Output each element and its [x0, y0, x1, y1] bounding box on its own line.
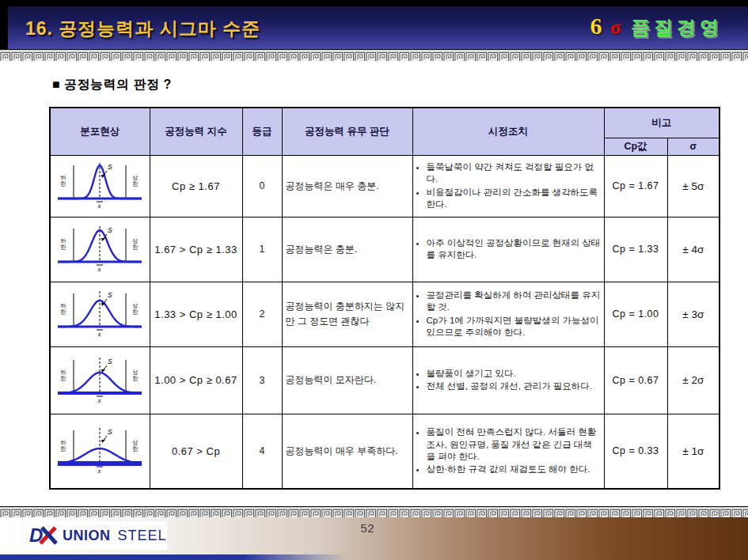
svg-text:x: x: [97, 396, 101, 404]
action-item: 품질이 전혀 만족스럽지 않다. 서둘러 현황조사, 원인규명, 품질 개선 같…: [427, 426, 601, 463]
top-border-bar: [0, 0, 748, 6]
action-item: 비용절감이나 관리의 간소화를 생각하도록 한다.: [427, 187, 601, 210]
cp-value-cell: Cp = 0.33: [604, 414, 667, 489]
svg-text:x: x: [97, 330, 101, 338]
cp-value-cell: Cp = 1.00: [604, 282, 667, 346]
company-logo: D UNION STEEL: [26, 521, 167, 550]
svg-text:한: 한: [132, 180, 139, 187]
sigma-cell: ± 1σ: [667, 414, 720, 489]
sigma-cell: ± 4σ: [667, 217, 720, 282]
col-header-judgment: 공정능력 유무 판단: [282, 108, 412, 155]
col-header-cp-index: 공정능력 지수: [150, 108, 242, 155]
brand-name: 품질경영: [631, 17, 723, 38]
section-title: ■ 공정능력의 판정 ?: [52, 77, 172, 93]
svg-text:S: S: [108, 428, 112, 436]
svg-text:한: 한: [132, 375, 139, 382]
brand-six: 6: [590, 13, 602, 39]
action-item: 공정관리를 확실하게 하여 관리상태를 유지할 것.: [427, 289, 601, 313]
distribution-curve: S하한상한x: [55, 287, 145, 338]
grade-cell: 0: [242, 155, 282, 217]
sigma-symbol: σ: [610, 17, 621, 38]
svg-text:한: 한: [60, 308, 66, 316]
logo-text: UNION STEEL: [63, 528, 167, 544]
svg-text:x: x: [97, 467, 101, 475]
logo-text-union: UNION: [63, 528, 111, 543]
svg-text:S: S: [108, 358, 112, 365]
cp-value-cell: Cp = 1.67: [604, 155, 667, 217]
svg-text:한: 한: [60, 375, 66, 382]
svg-text:x: x: [97, 265, 101, 273]
action-item: 불량품이 생기고 있다.: [427, 368, 601, 380]
table-row: S하한상한x 1.33 > Cp ≥ 1.00 2 공정능력이 충분하지는 않지…: [50, 282, 720, 346]
action-item: 아주 이상적인 공정상황이므로 현재의 상태를 유지한다.: [427, 237, 601, 261]
distribution-cell: S하한상한x: [50, 282, 150, 346]
logo-text-steel: STEEL: [118, 528, 167, 543]
action-cell: 불량품이 생기고 있다. 전체 선별, 공정의 개선, 관리가 필요하다.: [412, 346, 604, 414]
svg-text:한: 한: [132, 244, 139, 251]
slide-title: 16. 공정능력과 시그마 수준: [25, 17, 260, 41]
svg-text:한: 한: [60, 445, 66, 452]
col-header-remark: 비고: [604, 108, 720, 138]
cp-index-cell: 0.67 > Cp: [150, 414, 242, 489]
judgment-cell: 공정능력은 매우 충분.: [282, 155, 412, 217]
svg-text:S: S: [108, 226, 112, 234]
meander-border-top: [0, 49, 748, 62]
distribution-curve: S하한상한x: [55, 424, 145, 475]
slide-content: ■ 공정능력의 판정 ? 분포현상 공정능력 지수 등급 공정능력 유무 판단 …: [0, 61, 748, 506]
grade-cell: 1: [242, 217, 282, 282]
table-row: S하한상한x 1.00 > Cp ≥ 0.67 3 공정능력이 모자란다. 불량…: [50, 346, 720, 414]
dk-logo-icon: D: [29, 524, 58, 547]
distribution-cell: S하한상한x: [50, 217, 150, 282]
col-header-grade: 등급: [242, 108, 282, 155]
svg-text:S: S: [108, 291, 112, 299]
judgment-cell: 공정능력이 충분하지는 않지만 그 정도면 괜찮다: [282, 282, 412, 346]
process-capability-table: 분포현상 공정능력 지수 등급 공정능력 유무 판단 시정조치 비고 Cp값 σ…: [49, 107, 720, 490]
slide-footer: D UNION STEEL 52: [0, 517, 748, 560]
action-cell: 품질이 전혀 만족스럽지 않다. 서둘러 현황조사, 원인규명, 품질 개선 같…: [412, 414, 604, 489]
distribution-curve: S하한상한x: [55, 222, 145, 273]
svg-text:한: 한: [132, 308, 139, 316]
action-item: 들쭉날쭉이 약간 켜져도 걱정할 필요가 없다.: [427, 161, 601, 185]
svg-text:한: 한: [60, 180, 66, 187]
svg-text:한: 한: [132, 445, 139, 452]
page-number: 52: [360, 523, 374, 536]
left-border-bar: [0, 0, 8, 49]
sigma-cell: ± 3σ: [667, 282, 720, 346]
sigma-cell: ± 5σ: [667, 155, 720, 217]
col-header-sigma: σ: [667, 138, 720, 155]
cp-value-cell: Cp = 1.33: [604, 217, 667, 282]
grade-cell: 4: [242, 414, 282, 489]
sigma-cell: ± 2σ: [667, 346, 720, 414]
action-cell: 들쭉날쭉이 약간 켜져도 걱정할 필요가 없다. 비용절감이나 관리의 간소화를…: [412, 155, 604, 217]
action-cell: 공정관리를 확실하게 하여 관리상태를 유지할 것. Cp가 1에 가까워지면 …: [412, 282, 604, 346]
col-header-distribution: 분포현상: [50, 108, 150, 155]
distribution-cell: S하한상한x: [50, 414, 150, 489]
grade-cell: 2: [242, 282, 282, 346]
grade-cell: 3: [242, 346, 282, 414]
cp-value-cell: Cp = 0.67: [604, 346, 667, 414]
col-header-action: 시정조치: [412, 108, 604, 155]
cp-index-cell: 1.67 > Cp ≥ 1.33: [150, 217, 242, 282]
judgment-cell: 공정능력이 모자란다.: [282, 346, 412, 414]
distribution-cell: S하한상한x: [50, 155, 150, 217]
presentation-slide: 16. 공정능력과 시그마 수준 6 σ 품질경영 ■ 공정능력의 판정 ? 분…: [0, 0, 748, 560]
svg-text:S: S: [108, 163, 112, 171]
action-cell: 아주 이상적인 공정상황이므로 현재의 상태를 유지한다.: [412, 217, 604, 282]
distribution-curve: S하한상한x: [55, 159, 145, 210]
cp-index-cell: 1.00 > Cp ≥ 0.67: [150, 346, 242, 414]
distribution-curve: S하한상한x: [55, 354, 145, 404]
svg-text:한: 한: [60, 244, 66, 251]
judgment-cell: 공정능력이 매우 부족하다.: [282, 414, 412, 489]
slide-header: 16. 공정능력과 시그마 수준 6 σ 품질경영: [8, 6, 748, 49]
action-item: 상한·하한 규격 값의 재검토도 해야 한다.: [427, 464, 601, 475]
action-item: 전체 선별, 공정의 개선, 관리가 필요하다.: [427, 380, 601, 392]
table-row: S하한상한x 1.67 > Cp ≥ 1.33 1 공정능력은 충분. 아주 이…: [50, 217, 720, 282]
footer-accent-bar: [0, 554, 348, 560]
judgment-cell: 공정능력은 충분.: [282, 217, 412, 282]
six-sigma-brand: 6 σ 품질경영: [590, 13, 723, 40]
table-row: S하한상한x 0.67 > Cp 4 공정능력이 매우 부족하다. 품질이 전혀…: [50, 414, 720, 489]
cp-index-cell: 1.33 > Cp ≥ 1.00: [150, 282, 242, 346]
svg-text:x: x: [97, 202, 101, 210]
action-item: Cp가 1에 가까워지면 불량발생의 가능성이 있으므로 주의해야 한다.: [427, 315, 601, 339]
distribution-cell: S하한상한x: [50, 346, 150, 414]
